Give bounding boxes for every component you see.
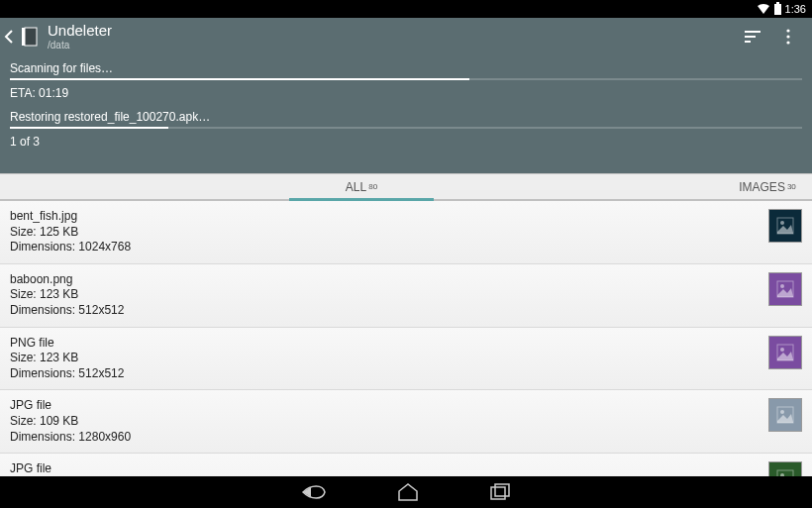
file-thumbnail	[768, 461, 802, 476]
tab-bar: ALL 80 IMAGES 30	[0, 173, 812, 201]
nav-back-icon	[301, 482, 327, 502]
file-size: Size: 109 KB	[10, 414, 759, 430]
scan-progress-fill	[10, 78, 469, 80]
file-size: Size: 125 KB	[10, 225, 759, 241]
file-name: bent_fish.jpg	[10, 209, 759, 225]
svg-rect-4	[745, 36, 756, 38]
overflow-icon	[778, 27, 798, 47]
android-nav-bar	[0, 476, 812, 508]
list-item[interactable]: JPG fileSize: 97.11 KBDimensions: 764x93…	[0, 454, 812, 476]
action-bar: Undeleter /data	[0, 18, 812, 55]
svg-point-7	[786, 35, 789, 38]
app-icon	[18, 25, 42, 49]
restore-progress-fill	[10, 127, 168, 129]
eta-text: ETA: 01:19	[10, 86, 802, 100]
file-meta: JPG fileSize: 97.11 KBDimensions: 764x93…	[10, 461, 759, 476]
sort-icon	[743, 27, 762, 47]
android-status-bar: 1:36	[0, 0, 812, 18]
file-name: baboon.png	[10, 272, 759, 288]
file-meta: JPG fileSize: 109 KBDimensions: 1280x960	[10, 398, 759, 445]
nav-back-button[interactable]	[301, 482, 327, 502]
tab-all-label: ALL	[346, 180, 366, 194]
svg-rect-3	[745, 31, 761, 33]
list-item[interactable]: JPG fileSize: 109 KBDimensions: 1280x960	[0, 390, 812, 454]
svg-point-16	[780, 410, 784, 414]
nav-recents-icon	[489, 483, 511, 501]
file-thumbnail	[768, 398, 802, 432]
file-meta: bent_fish.jpgSize: 125 KBDimensions: 102…	[10, 209, 759, 255]
restore-status-text: Restoring restored_file_100270.apk…	[10, 110, 802, 124]
nav-home-button[interactable]	[396, 482, 420, 502]
restore-count-text: 1 of 3	[10, 135, 802, 149]
file-list[interactable]: bent_fish.jpgSize: 125 KBDimensions: 102…	[0, 201, 812, 476]
up-nav-button[interactable]: Undeleter /data	[4, 23, 112, 51]
file-size: Size: 123 KB	[10, 287, 759, 303]
file-thumbnail	[768, 272, 802, 306]
scan-progress-bar	[10, 78, 802, 80]
file-name: PNG file	[10, 336, 759, 352]
tab-images[interactable]: IMAGES 30	[723, 174, 812, 199]
file-dimensions: Dimensions: 1280x960	[10, 430, 759, 446]
svg-point-12	[780, 284, 784, 288]
wifi-icon	[757, 3, 770, 16]
battery-icon	[774, 4, 781, 15]
list-item[interactable]: PNG fileSize: 123 KBDimensions: 512x512	[0, 328, 812, 391]
file-size: Size: 123 KB	[10, 351, 759, 366]
tab-all-count: 80	[368, 182, 377, 191]
svg-rect-1	[25, 28, 37, 46]
file-dimensions: Dimensions: 512x512	[10, 303, 759, 319]
nav-recents-button[interactable]	[489, 483, 511, 501]
tab-all[interactable]: ALL 80	[0, 174, 723, 199]
svg-point-10	[780, 221, 784, 225]
app-title: Undeleter	[48, 23, 112, 40]
svg-rect-5	[745, 41, 751, 43]
app-subtitle: /data	[48, 40, 112, 51]
file-thumbnail	[768, 336, 802, 369]
back-chevron-icon	[4, 29, 14, 45]
clock-text: 1:36	[785, 3, 806, 15]
file-name: JPG file	[10, 398, 759, 414]
list-item[interactable]: baboon.pngSize: 123 KBDimensions: 512x51…	[0, 264, 812, 328]
svg-rect-20	[495, 484, 509, 496]
file-meta: PNG fileSize: 123 KBDimensions: 512x512	[10, 336, 759, 382]
nav-home-icon	[396, 482, 420, 502]
sort-button[interactable]	[735, 19, 770, 54]
list-item[interactable]: bent_fish.jpgSize: 125 KBDimensions: 102…	[0, 201, 812, 264]
svg-rect-19	[491, 487, 505, 499]
scan-status-text: Scanning for files…	[10, 61, 802, 75]
file-name: JPG file	[10, 461, 759, 476]
svg-point-6	[786, 29, 789, 32]
svg-point-8	[786, 41, 789, 44]
tab-images-label: IMAGES	[739, 180, 785, 194]
file-thumbnail	[768, 209, 802, 243]
restore-progress-bar	[10, 127, 802, 129]
svg-point-14	[780, 348, 784, 352]
overflow-menu-button[interactable]	[770, 19, 806, 54]
tab-images-count: 30	[787, 182, 796, 191]
progress-panel: Scanning for files… ETA: 01:19 Restoring…	[0, 55, 812, 173]
file-meta: baboon.pngSize: 123 KBDimensions: 512x51…	[10, 272, 759, 319]
file-dimensions: Dimensions: 512x512	[10, 366, 759, 382]
file-dimensions: Dimensions: 1024x768	[10, 240, 759, 255]
